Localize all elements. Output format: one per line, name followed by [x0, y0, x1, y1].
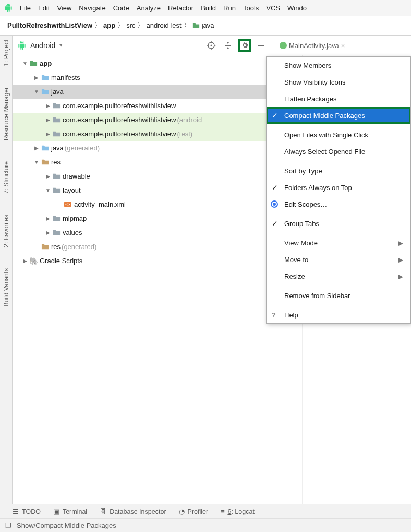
- package-icon: [52, 102, 61, 110]
- xml-file-icon: <>: [64, 200, 72, 209]
- tree-node-label: mipmap: [63, 215, 87, 222]
- tool-database-inspector[interactable]: 🗄Database Inspector: [100, 508, 166, 515]
- chevron-right-icon[interactable]: ▶: [44, 103, 52, 109]
- menu-item-folders-always-on-top[interactable]: ✓Folders Always on Top: [267, 179, 410, 196]
- menu-item-resize[interactable]: Resize▶: [267, 268, 410, 285]
- rail-structure[interactable]: 7: Structure: [3, 161, 10, 194]
- tree-node[interactable]: ▶com.example.pulltorefreshwithlistview (…: [13, 113, 273, 127]
- menu-item-help[interactable]: ?Help: [267, 306, 410, 323]
- chevron-right-icon[interactable]: ▶: [44, 230, 52, 235]
- close-icon[interactable]: ×: [341, 42, 345, 50]
- breadcrumb-src[interactable]: src: [126, 21, 135, 29]
- breadcrumb-java[interactable]: java: [192, 21, 214, 29]
- chevron-right-icon[interactable]: ▶: [44, 216, 52, 221]
- menu-item-label: Folders Always on Top: [284, 184, 352, 192]
- tool-logcat[interactable]: ≡6: Logcat: [221, 508, 255, 515]
- rail-favorites[interactable]: 2: Favorites: [3, 215, 10, 247]
- window-icon[interactable]: ❐: [5, 522, 11, 529]
- chevron-down-icon[interactable]: ▼: [21, 61, 29, 66]
- menu-edit[interactable]: Edit: [38, 4, 50, 12]
- tree-node[interactable]: ▶values: [13, 226, 273, 240]
- chevron-right-icon: 〉: [137, 21, 144, 30]
- menu-item-show-members[interactable]: Show Members: [267, 57, 410, 74]
- menu-code[interactable]: Code: [113, 4, 129, 12]
- chevron-right-icon[interactable]: ▶: [44, 117, 52, 123]
- menu-build[interactable]: Build: [201, 4, 216, 12]
- menu-item-always-select-opened-file[interactable]: Always Select Opened File: [267, 143, 410, 160]
- check-icon: ✓: [272, 219, 278, 228]
- menu-navigate[interactable]: Navigate: [79, 4, 105, 12]
- profiler-icon: ◔: [179, 507, 185, 515]
- tree-node[interactable]: ▼java: [13, 85, 273, 99]
- tool-todo[interactable]: ☰TODO: [13, 507, 41, 515]
- tool-window-settings-button[interactable]: [238, 39, 251, 52]
- tree-node-label: com.example.pulltorefreshwithlistview: [63, 102, 176, 110]
- breadcrumb-androidtest[interactable]: androidTest: [146, 21, 181, 29]
- chevron-right-icon[interactable]: ▶: [44, 131, 52, 137]
- breadcrumb-app[interactable]: app: [103, 21, 115, 29]
- menu-item-move-to[interactable]: Move to▶: [267, 251, 410, 268]
- tree-node[interactable]: ▼app: [13, 56, 273, 70]
- rail-resource-manager[interactable]: Resource Manager: [3, 87, 10, 140]
- tree-node[interactable]: ▶com.example.pulltorefreshwithlistview: [13, 99, 273, 113]
- menu-item-open-files-with-single-click[interactable]: Open Files with Single Click: [267, 126, 410, 143]
- menu-item-label: Remove from Sidebar: [284, 292, 350, 300]
- select-opened-file-button[interactable]: [205, 39, 217, 52]
- tree-node-label: activity_main.xml: [74, 200, 126, 208]
- editor-tab[interactable]: MainActivity.java ×: [275, 40, 349, 52]
- tree-node[interactable]: ▶mipmap: [13, 211, 273, 226]
- tree-node[interactable]: ▶java (generated): [13, 141, 273, 155]
- menu-item-sort-by-type[interactable]: Sort by Type: [267, 162, 410, 179]
- menu-item-remove-from-sidebar[interactable]: Remove from Sidebar: [267, 287, 410, 304]
- tool-terminal[interactable]: ▣Terminal: [53, 507, 87, 515]
- menu-run[interactable]: Run: [223, 4, 236, 12]
- tree-node[interactable]: ▶com.example.pulltorefreshwithlistview (…: [13, 127, 273, 141]
- status-bar: ❐ Show/Compact Middle Packages: [0, 518, 411, 532]
- tree-node[interactable]: ▼res: [13, 155, 273, 169]
- tree-node-label: Gradle Scripts: [40, 257, 82, 265]
- menu-refactor[interactable]: Refactor: [168, 4, 194, 12]
- menu-separator: [267, 233, 410, 233]
- editor-tab-label: MainActivity.java: [289, 42, 339, 50]
- resource-folder-icon: [41, 158, 49, 167]
- chevron-right-icon[interactable]: ▶: [44, 173, 52, 179]
- menu-item-compact-middle-packages[interactable]: ✓Compact Middle Packages: [267, 107, 410, 124]
- tree-node[interactable]: ▶drawable: [13, 169, 273, 183]
- tree-node[interactable]: ▶🐘Gradle Scripts: [13, 254, 273, 268]
- breadcrumb-root[interactable]: PulltoRefreshwithListView: [7, 21, 92, 29]
- rail-build-variants[interactable]: Build Variants: [3, 268, 10, 306]
- chevron-down-icon[interactable]: ▼: [32, 89, 41, 94]
- project-view-dropdown[interactable]: Android ▼: [30, 41, 63, 50]
- project-tree[interactable]: ▼app▶manifests▼java▶com.example.pulltore…: [13, 55, 273, 504]
- tree-node[interactable]: ▼layout: [13, 183, 273, 197]
- chevron-right-icon[interactable]: ▶: [21, 258, 29, 264]
- tree-node[interactable]: res (generated): [13, 240, 273, 254]
- tree-node[interactable]: <>activity_main.xml: [13, 197, 273, 211]
- chevron-right-icon[interactable]: ▶: [32, 75, 41, 80]
- menu-separator: [267, 286, 410, 286]
- menu-view[interactable]: View: [57, 4, 71, 12]
- menu-file[interactable]: File: [20, 4, 31, 12]
- menu-item-show-visibility-icons[interactable]: Show Visibility Icons: [267, 74, 410, 90]
- rail-project[interactable]: 1: Project: [3, 40, 10, 66]
- menu-item-group-tabs[interactable]: ✓Group Tabs: [267, 215, 410, 232]
- hide-tool-window-button[interactable]: [255, 39, 268, 52]
- menu-item-flatten-packages[interactable]: Flatten Packages: [267, 90, 410, 107]
- menu-item-edit-scopes[interactable]: Edit Scopes…: [267, 196, 410, 212]
- chevron-down-icon[interactable]: ▼: [44, 187, 52, 193]
- chevron-right-icon: ▶: [398, 256, 403, 264]
- menu-item-label: View Mode: [284, 239, 318, 247]
- menu-analyze[interactable]: Analyze: [137, 4, 161, 12]
- menu-item-view-mode[interactable]: View Mode▶: [267, 234, 410, 251]
- chevron-down-icon[interactable]: ▼: [32, 159, 41, 165]
- chevron-down-icon: ▼: [58, 43, 63, 48]
- folder-icon: [192, 22, 200, 29]
- menu-vcs[interactable]: VCS: [266, 4, 280, 12]
- chevron-right-icon[interactable]: ▶: [32, 145, 41, 151]
- menu-tools[interactable]: Tools: [243, 4, 259, 12]
- status-text: Show/Compact Middle Packages: [17, 522, 116, 529]
- menu-window[interactable]: Windo: [287, 4, 307, 12]
- collapse-all-button[interactable]: [222, 39, 234, 52]
- tree-node[interactable]: ▶manifests: [13, 70, 273, 85]
- tool-profiler[interactable]: ◔Profiler: [179, 507, 209, 515]
